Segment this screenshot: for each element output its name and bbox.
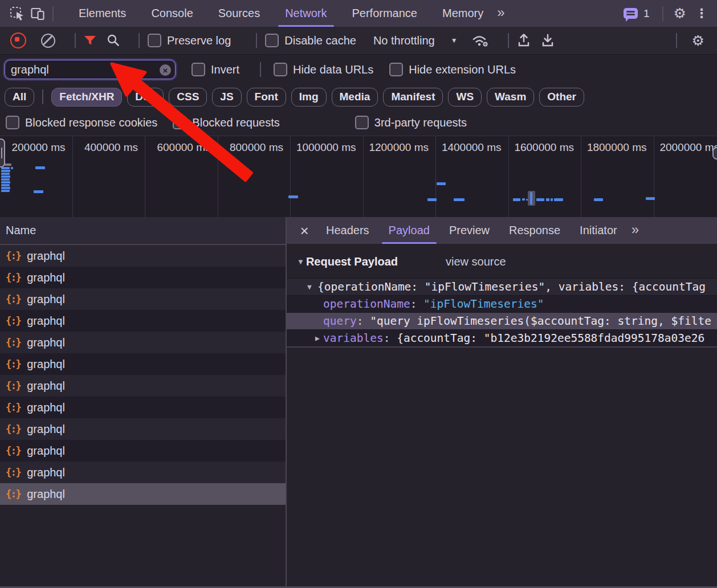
- network-settings-icon[interactable]: ⚙: [692, 34, 704, 48]
- blocked-requests-checkbox[interactable]: [173, 116, 186, 129]
- clear-network-log-icon[interactable]: [41, 34, 55, 48]
- tab-performance[interactable]: Performance: [343, 0, 427, 27]
- settings-icon[interactable]: ⚙: [674, 6, 686, 21]
- inspect-element-icon[interactable]: [7, 3, 27, 24]
- request-row[interactable]: {:}graphql: [0, 375, 286, 397]
- chip-other[interactable]: Other: [539, 88, 584, 107]
- detail-tab-response[interactable]: Response: [499, 217, 570, 244]
- preserve-log-checkbox[interactable]: [148, 34, 161, 47]
- view-source-link[interactable]: view source: [446, 255, 506, 268]
- chip-ws[interactable]: WS: [448, 88, 482, 107]
- throttling-select[interactable]: No throttling ▼: [373, 34, 458, 47]
- more-options-icon[interactable]: ⋮: [692, 6, 711, 21]
- request-name: graphql: [27, 401, 65, 414]
- more-tabs-icon[interactable]: »: [497, 5, 503, 21]
- tab-console[interactable]: Console: [142, 0, 202, 27]
- tab-elements[interactable]: Elements: [70, 0, 135, 27]
- hide-extension-urls-checkbox[interactable]: [389, 63, 403, 76]
- disable-cache-toggle[interactable]: Disable cache: [265, 34, 356, 47]
- preserve-log-toggle[interactable]: Preserve log: [148, 34, 231, 47]
- hide-data-urls-checkbox[interactable]: [274, 63, 287, 76]
- detail-tab-initiator[interactable]: Initiator: [570, 217, 627, 244]
- payload-row[interactable]: ▼{operationName: "ipFlowTimeseries", var…: [287, 278, 717, 295]
- issues-icon[interactable]: [624, 8, 638, 19]
- filter-icon[interactable]: [84, 35, 96, 46]
- request-row[interactable]: {:}graphql: [0, 440, 286, 462]
- close-icon[interactable]: ×: [292, 223, 316, 238]
- export-har-icon[interactable]: [541, 33, 555, 48]
- clear-filter-icon[interactable]: ×: [160, 64, 171, 76]
- json-file-icon: {:}: [6, 293, 21, 305]
- payload-row[interactable]: query: "query ipFlowTimeseries($accountT…: [287, 312, 717, 329]
- waterfall-bar: [11, 167, 13, 169]
- detail-tab-payload[interactable]: Payload: [379, 217, 439, 244]
- waterfall-bar: [454, 198, 465, 201]
- timeline-section: 1600000 ms: [509, 136, 582, 220]
- request-name: graphql: [27, 250, 65, 263]
- request-row[interactable]: {:}graphql: [0, 397, 286, 418]
- chip-fetch-xhr[interactable]: Fetch/XHR: [51, 88, 122, 107]
- request-row[interactable]: {:}graphql: [0, 353, 286, 375]
- collapsed-icon[interactable]: ▶: [315, 330, 320, 346]
- chip-font[interactable]: Font: [247, 88, 286, 107]
- chip-img[interactable]: Img: [291, 88, 327, 107]
- blocked-response-cookies-checkbox[interactable]: [6, 116, 19, 129]
- more-detail-tabs-icon[interactable]: »: [632, 222, 638, 240]
- request-row[interactable]: {:}graphql: [0, 267, 286, 288]
- divider: [662, 6, 663, 21]
- overview-left-handle[interactable]: [0, 138, 5, 168]
- record-network-log-icon[interactable]: [10, 32, 26, 48]
- waterfall-bar: [1, 167, 10, 169]
- network-overview[interactable]: 200000 ms400000 ms600000 ms800000 ms1000…: [0, 136, 717, 222]
- chip-all[interactable]: All: [5, 88, 34, 107]
- tabbar-right-controls: 1 ⚙ ⋮: [624, 6, 711, 21]
- payload-text: :: [384, 332, 397, 345]
- request-row[interactable]: {:}graphql: [0, 288, 286, 310]
- filter-input[interactable]: [5, 60, 176, 79]
- request-row[interactable]: {:}graphql: [0, 483, 286, 505]
- 3rd-party-requests-checkbox[interactable]: [355, 116, 369, 129]
- collapse-icon[interactable]: ▼: [297, 258, 304, 266]
- chip-wasm[interactable]: Wasm: [487, 88, 534, 107]
- detail-tab-preview[interactable]: Preview: [439, 217, 499, 244]
- expanded-icon[interactable]: ▼: [307, 279, 312, 295]
- detail-tab-headers[interactable]: Headers: [316, 217, 379, 244]
- chip-css[interactable]: CSS: [169, 88, 207, 107]
- hide-data-urls-toggle[interactable]: Hide data URLs: [274, 63, 373, 76]
- waterfall-bar: [530, 192, 532, 205]
- request-row[interactable]: {:}graphql: [0, 332, 286, 353]
- request-row[interactable]: {:}graphql: [0, 245, 286, 267]
- tab-memory[interactable]: Memory: [433, 0, 492, 27]
- invert-checkbox[interactable]: [192, 63, 205, 76]
- json-file-icon: {:}: [6, 423, 21, 435]
- tab-network[interactable]: Network: [276, 0, 336, 27]
- divider: [508, 33, 509, 48]
- network-toolbar: Preserve log Disable cache No throttling…: [0, 27, 717, 55]
- payload-row[interactable]: operationName: "ipFlowTimeseries": [287, 295, 717, 312]
- payload-row[interactable]: ▶variables: {accountTag: "b12e3b2192ee55…: [287, 329, 717, 346]
- request-row[interactable]: {:}graphql: [0, 310, 286, 332]
- import-har-icon[interactable]: [517, 33, 531, 48]
- divider: [52, 6, 54, 21]
- chip-js[interactable]: JS: [212, 88, 241, 107]
- 3rd-party-requests-toggle[interactable]: 3rd-party requests: [355, 116, 467, 129]
- invert-toggle[interactable]: Invert: [192, 63, 239, 76]
- toggle-device-toolbar-icon[interactable]: [27, 3, 48, 24]
- request-row[interactable]: {:}graphql: [0, 462, 286, 483]
- waterfall-bar: [1, 184, 10, 186]
- chip-media[interactable]: Media: [332, 88, 378, 107]
- hide-extension-urls-toggle[interactable]: Hide extension URLs: [389, 63, 516, 76]
- request-name: graphql: [27, 358, 65, 371]
- blocked-response-cookies-toggle[interactable]: Blocked response cookies: [6, 116, 157, 129]
- tab-sources[interactable]: Sources: [209, 0, 269, 27]
- chip-doc[interactable]: Doc: [127, 88, 164, 107]
- disable-cache-checkbox[interactable]: [265, 34, 279, 47]
- network-conditions-icon[interactable]: [471, 33, 490, 48]
- waterfall-bar: [35, 166, 45, 169]
- blocked-requests-toggle[interactable]: Blocked requests: [173, 116, 279, 129]
- overview-right-handle[interactable]: [712, 147, 717, 160]
- request-row[interactable]: {:}graphql: [0, 418, 286, 440]
- chip-manifest[interactable]: Manifest: [383, 88, 443, 107]
- search-icon[interactable]: [107, 34, 120, 47]
- name-column-header[interactable]: Name: [0, 217, 286, 245]
